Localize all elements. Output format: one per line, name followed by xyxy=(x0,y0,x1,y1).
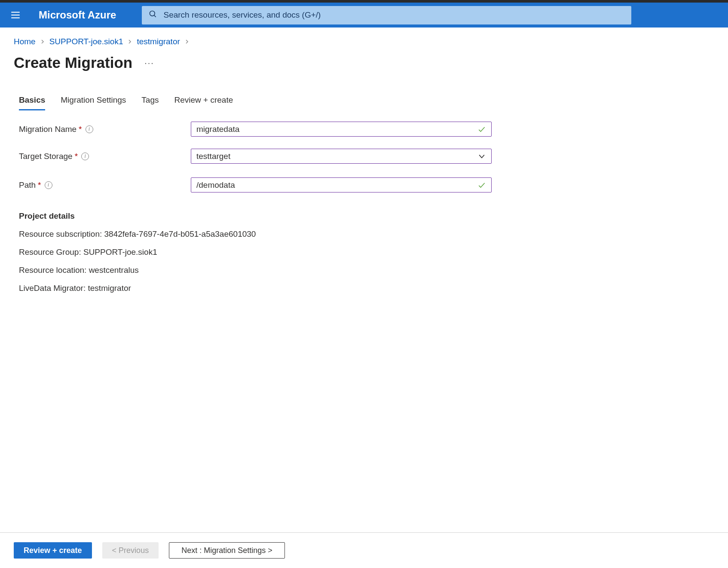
breadcrumb-item-testmigrator[interactable]: testmigrator xyxy=(137,37,180,46)
info-icon[interactable]: i xyxy=(45,181,52,189)
label-text: Path xyxy=(19,180,36,190)
global-search[interactable] xyxy=(142,6,631,24)
label-text: Migration Name xyxy=(19,125,76,134)
detail-migrator: LiveData Migrator: testmigrator xyxy=(0,278,728,296)
migration-name-value: migratedata xyxy=(196,125,239,134)
label-text: Target Storage xyxy=(19,152,73,161)
row-path: Path * i /demodata xyxy=(19,177,709,192)
info-icon[interactable]: i xyxy=(81,153,89,160)
tab-review-create[interactable]: Review + create xyxy=(174,95,233,110)
breadcrumb-item-home[interactable]: Home xyxy=(14,37,36,46)
required-asterisk: * xyxy=(38,180,41,190)
tab-basics[interactable]: Basics xyxy=(19,95,45,110)
chevron-right-icon xyxy=(127,39,132,44)
detail-resource-group: Resource Group: SUPPORT-joe.siok1 xyxy=(0,241,728,260)
label-migration-name: Migration Name * i xyxy=(19,125,191,134)
menu-icon[interactable] xyxy=(0,3,31,27)
tab-tags[interactable]: Tags xyxy=(141,95,159,110)
path-input[interactable]: /demodata xyxy=(191,177,492,192)
valid-check-icon xyxy=(477,125,486,134)
search-icon xyxy=(149,10,157,21)
chevron-right-icon xyxy=(40,39,45,44)
svg-point-3 xyxy=(150,11,155,16)
label-path: Path * i xyxy=(19,180,191,190)
title-row: Create Migration ··· xyxy=(0,49,728,78)
chevron-right-icon xyxy=(184,39,190,44)
breadcrumb-item-support[interactable]: SUPPORT-joe.siok1 xyxy=(49,37,123,46)
required-asterisk: * xyxy=(75,152,78,161)
next-button[interactable]: Next : Migration Settings > xyxy=(169,542,285,559)
required-asterisk: * xyxy=(79,125,82,134)
brand-label[interactable]: Microsoft Azure xyxy=(39,9,116,21)
path-value: /demodata xyxy=(196,180,235,190)
chevron-down-icon xyxy=(477,152,486,161)
breadcrumb: Home SUPPORT-joe.siok1 testmigrator xyxy=(0,27,728,49)
review-create-button[interactable]: Review + create xyxy=(14,542,92,559)
tab-migration-settings[interactable]: Migration Settings xyxy=(61,95,126,110)
svg-line-4 xyxy=(154,15,156,17)
tab-strip: Basics Migration Settings Tags Review + … xyxy=(0,78,728,110)
project-details-heading: Project details xyxy=(0,205,728,223)
page-title: Create Migration xyxy=(14,54,132,71)
label-target-storage: Target Storage * i xyxy=(19,152,191,161)
valid-check-icon xyxy=(477,181,486,189)
row-migration-name: Migration Name * i migratedata xyxy=(19,122,709,137)
more-actions-button[interactable]: ··· xyxy=(144,58,154,68)
target-storage-select[interactable]: testtarget xyxy=(191,149,492,164)
basics-form: Migration Name * i migratedata Target St… xyxy=(0,110,728,192)
detail-subscription: Resource subscription: 3842fefa-7697-4e7… xyxy=(0,223,728,241)
info-icon[interactable]: i xyxy=(86,125,93,133)
detail-location: Resource location: westcentralus xyxy=(0,260,728,278)
portal-top-bar: Microsoft Azure xyxy=(0,3,728,27)
migration-name-input[interactable]: migratedata xyxy=(191,122,492,137)
wizard-footer: Review + create < Previous Next : Migrat… xyxy=(0,532,728,568)
search-input[interactable] xyxy=(163,10,624,20)
previous-button: < Previous xyxy=(102,542,159,559)
target-storage-value: testtarget xyxy=(196,152,230,161)
row-target-storage: Target Storage * i testtarget xyxy=(19,149,709,164)
